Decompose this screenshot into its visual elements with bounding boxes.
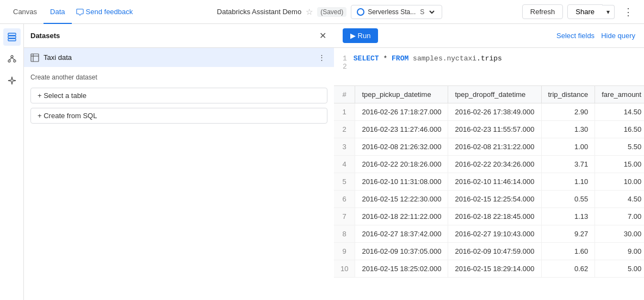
serverless-size: S	[420, 8, 424, 16]
feedback-link[interactable]: Send feedback	[72, 8, 138, 16]
sql-editor[interactable]: 1 SELECT * FROM samples.nyctaxi.trips 2	[334, 48, 644, 86]
header-row: #tpep_pickup_datetimetpep_dropoff_dateti…	[334, 86, 644, 103]
line-num-1: 1	[343, 54, 347, 63]
table-row: 22016-02-23 11:27:46.0002016-02-23 11:55…	[334, 121, 644, 138]
sidebar-icon-schema[interactable]	[3, 50, 21, 68]
close-sidebar-button[interactable]: ✕	[318, 29, 327, 42]
cell-r4-c3: 3.71	[541, 156, 595, 173]
content-area: ▶ Run Select fields Hide query 1 SELECT …	[334, 24, 644, 300]
sidebar-header: Datasets ✕	[24, 24, 334, 48]
cell-r1-c1: 2016-02-26 17:18:27.000	[355, 103, 448, 121]
run-button[interactable]: ▶ Run	[343, 28, 378, 43]
main-layout: Datasets ✕ Taxi data ⋮ Create another da…	[0, 24, 644, 300]
col-header-tpep-pickup-datetime: tpep_pickup_datetime	[355, 86, 448, 103]
create-section: Create another dataset + Select a table …	[24, 67, 334, 130]
cell-r7-c2: 2016-02-18 22:18:45.000	[448, 208, 541, 225]
col-header-tpep-dropoff-datetime: tpep_dropoff_datetime	[448, 86, 541, 103]
cell-r3-c1: 2016-02-08 21:26:32.000	[355, 138, 448, 156]
sidebar-icon-sparkle[interactable]	[3, 72, 21, 89]
refresh-button[interactable]: Refresh	[522, 4, 564, 19]
col-header--: #	[334, 86, 355, 103]
top-nav: Canvas Data Send feedback Databricks Ass…	[0, 0, 644, 24]
line-num-2: 2	[343, 63, 347, 71]
table-row: 32016-02-08 21:26:32.0002016-02-08 21:31…	[334, 138, 644, 156]
cell-r10-c3: 0.62	[541, 260, 595, 278]
table-row: 72016-02-18 22:11:22.0002016-02-18 22:18…	[334, 208, 644, 225]
cell-r1-c2: 2016-02-26 17:38:49.000	[448, 103, 541, 121]
feedback-icon	[76, 8, 84, 16]
cell-r4-c1: 2016-02-22 20:18:26.000	[355, 156, 448, 173]
serverless-select[interactable]: S	[428, 8, 436, 16]
cell-r10-c0: 10	[334, 260, 355, 278]
cell-r1-c4: 14.50	[595, 103, 644, 121]
svg-rect-2	[8, 39, 16, 41]
cell-r5-c1: 2016-02-10 11:31:08.000	[355, 173, 448, 191]
sql-keyword-select: SELECT	[354, 54, 379, 63]
hide-query-link[interactable]: Hide query	[601, 32, 635, 40]
cell-r2-c4: 16.50	[595, 121, 644, 138]
cell-r3-c4: 5.50	[595, 138, 644, 156]
sql-star: *	[383, 54, 392, 63]
cell-r3-c2: 2016-02-08 21:31:22.000	[448, 138, 541, 156]
serverless-button[interactable]: Serverless Sta... S S	[351, 5, 442, 19]
nav-center: Databricks Assistant Demo ☆ (Saved) Serv…	[137, 5, 522, 19]
serverless-label: Serverless Sta...	[368, 8, 416, 16]
star-icon[interactable]: ☆	[306, 7, 313, 17]
svg-line-7	[12, 58, 15, 60]
more-options-button[interactable]: ⋮	[619, 3, 637, 21]
cell-r8-c1: 2016-02-27 18:37:42.000	[355, 225, 448, 243]
cell-r5-c4: 10.00	[595, 173, 644, 191]
sidebar-title: Datasets	[30, 32, 60, 40]
tab-data[interactable]: Data	[44, 0, 71, 24]
dataset-item-taxi[interactable]: Taxi data ⋮	[24, 48, 334, 67]
sql-keyword-from: FROM	[392, 54, 408, 63]
cell-r10-c2: 2016-02-15 18:29:14.000	[448, 260, 541, 278]
sidebar-panel: Datasets ✕ Taxi data ⋮ Create another da…	[24, 24, 334, 300]
table-row: 42016-02-22 20:18:26.0002016-02-22 20:34…	[334, 156, 644, 173]
select-table-button[interactable]: + Select a table	[30, 88, 327, 103]
cell-r4-c2: 2016-02-22 20:34:26.000	[448, 156, 541, 173]
cell-r7-c4: 7.00	[595, 208, 644, 225]
sidebar-icon-datasets[interactable]	[3, 28, 21, 46]
sql-table-name: .trips	[476, 54, 502, 63]
cell-r7-c1: 2016-02-18 22:11:22.000	[355, 208, 448, 225]
cell-r5-c0: 5	[334, 173, 355, 191]
cell-r1-c0: 1	[334, 103, 355, 121]
tab-canvas[interactable]: Canvas	[7, 0, 44, 24]
cell-r2-c3: 1.30	[541, 121, 595, 138]
results-table: #tpep_pickup_datetimetpep_dropoff_dateti…	[334, 86, 644, 278]
query-actions: Select fields Hide query	[556, 32, 635, 40]
share-wrap: Share ▾	[567, 4, 615, 19]
cell-r7-c3: 1.13	[541, 208, 595, 225]
cell-r6-c0: 6	[334, 191, 355, 208]
table-row: 62016-02-15 12:22:30.0002016-02-15 12:25…	[334, 191, 644, 208]
cell-r1-c3: 2.90	[541, 103, 595, 121]
datasets-icon	[7, 32, 17, 42]
cell-r8-c3: 9.27	[541, 225, 595, 243]
sidebar-icon-rail	[0, 24, 24, 300]
svg-point-5	[14, 60, 16, 62]
sql-line-2: 2	[343, 63, 635, 71]
cell-r2-c2: 2016-02-23 11:55:57.000	[448, 121, 541, 138]
select-fields-link[interactable]: Select fields	[556, 32, 595, 40]
col-header-fare-amount: fare_amount	[595, 86, 644, 103]
table-body: 12016-02-26 17:18:27.0002016-02-26 17:38…	[334, 103, 644, 278]
create-from-sql-button[interactable]: + Create from SQL	[30, 108, 327, 124]
table-icon	[30, 53, 39, 62]
dataset-more-button[interactable]: ⋮	[316, 52, 327, 63]
data-table-wrap[interactable]: #tpep_pickup_datetimetpep_dropoff_dateti…	[334, 86, 644, 300]
cell-r5-c3: 1.10	[541, 173, 595, 191]
svg-line-6	[9, 58, 12, 60]
col-header-trip-distance: trip_distance	[541, 86, 595, 103]
app-title: Databricks Assistant Demo	[217, 8, 301, 16]
cell-r9-c1: 2016-02-09 10:37:05.000	[355, 243, 448, 260]
cell-r4-c4: 15.00	[595, 156, 644, 173]
cell-r9-c4: 9.00	[595, 243, 644, 260]
cell-r2-c0: 2	[334, 121, 355, 138]
table-row: 102016-02-15 18:25:02.0002016-02-15 18:2…	[334, 260, 644, 278]
share-dropdown-button[interactable]: ▾	[602, 5, 615, 19]
share-button[interactable]: Share	[567, 4, 603, 19]
svg-rect-0	[8, 33, 16, 35]
cell-r8-c2: 2016-02-27 19:10:43.000	[448, 225, 541, 243]
cell-r10-c1: 2016-02-15 18:25:02.000	[355, 260, 448, 278]
